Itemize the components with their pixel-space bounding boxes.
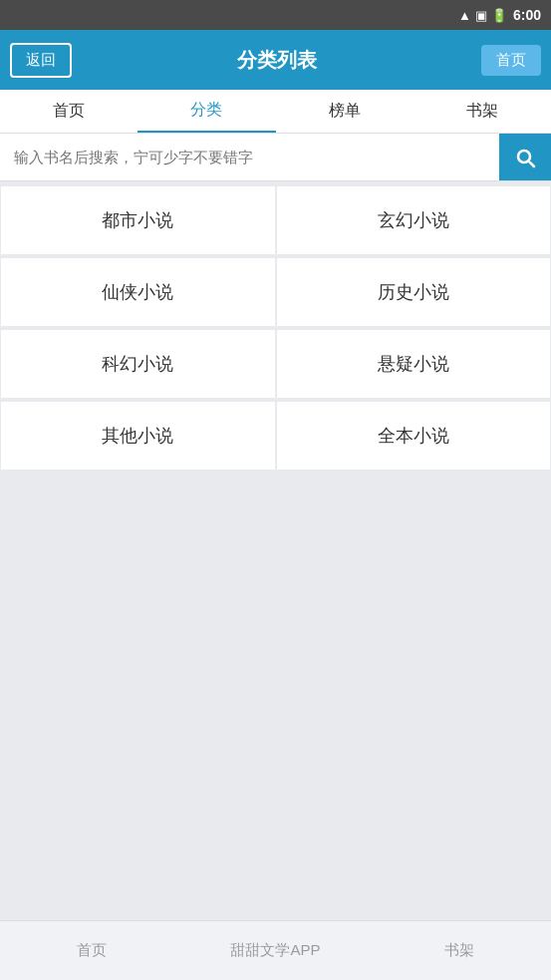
category-xianxia[interactable]: 仙侠小说 [1, 258, 275, 326]
gray-area [0, 477, 551, 955]
bottom-nav-home[interactable]: 首页 [0, 941, 183, 960]
home-button[interactable]: 首页 [481, 45, 541, 76]
category-complete[interactable]: 全本小说 [277, 402, 551, 470]
tab-ranking[interactable]: 榜单 [276, 90, 413, 133]
category-scifi[interactable]: 科幻小说 [1, 330, 275, 398]
nav-tabs: 首页 分类 榜单 书架 [0, 90, 551, 134]
tab-home[interactable]: 首页 [0, 90, 138, 133]
status-icons: ▲ ▣ 🔋 [458, 8, 507, 23]
bottom-nav: 首页 甜甜文学APP 书架 [0, 920, 551, 980]
tab-category[interactable]: 分类 [138, 90, 275, 133]
bottom-nav-app[interactable]: 甜甜文学APP [183, 941, 367, 960]
category-row-1: 都市小说 玄幻小说 [0, 185, 551, 255]
category-other[interactable]: 其他小说 [1, 402, 275, 470]
category-history[interactable]: 历史小说 [277, 258, 551, 326]
header: 返回 分类列表 首页 [0, 30, 551, 90]
back-button[interactable]: 返回 [10, 43, 72, 78]
status-bar: ▲ ▣ 🔋 6:00 [0, 0, 551, 30]
search-input[interactable] [0, 134, 499, 180]
category-urban[interactable]: 都市小说 [1, 186, 275, 254]
battery-icon: 🔋 [491, 8, 507, 23]
category-fantasy[interactable]: 玄幻小说 [277, 186, 551, 254]
tab-bookshelf[interactable]: 书架 [413, 90, 551, 133]
category-row-3: 科幻小说 悬疑小说 [0, 329, 551, 399]
search-button[interactable] [499, 134, 551, 180]
bottom-nav-bookshelf[interactable]: 书架 [368, 941, 551, 960]
search-icon [513, 146, 537, 169]
wifi-icon: ▲ [458, 8, 471, 23]
search-bar [0, 134, 551, 181]
category-row-2: 仙侠小说 历史小说 [0, 257, 551, 327]
page-title: 分类列表 [72, 47, 481, 74]
category-grid: 都市小说 玄幻小说 仙侠小说 历史小说 科幻小说 悬疑小说 其他小说 全本小说 [0, 181, 551, 477]
signal-icon: ▣ [475, 8, 487, 23]
category-mystery[interactable]: 悬疑小说 [277, 330, 551, 398]
clock: 6:00 [513, 7, 541, 23]
category-row-4: 其他小说 全本小说 [0, 401, 551, 471]
